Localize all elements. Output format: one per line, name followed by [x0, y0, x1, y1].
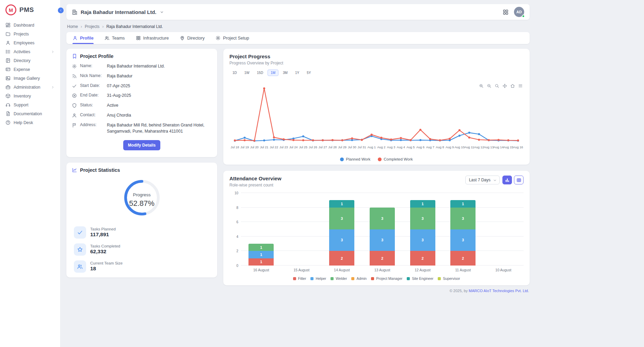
sidebar-item-inventory[interactable]: Inventory — [3, 92, 58, 100]
legend-project-manager[interactable]: Project Manager — [371, 276, 402, 281]
table-view-button[interactable] — [514, 176, 524, 184]
zoom-out-icon[interactable] — [487, 84, 492, 88]
tab-infrastructure[interactable]: Infrastructure — [136, 32, 169, 44]
svg-text:Jul 20: Jul 20 — [250, 146, 259, 149]
tab-profile[interactable]: Profile — [73, 32, 94, 44]
svg-text:Aug 7: Aug 7 — [426, 146, 434, 149]
legend-site-engineer[interactable]: Site Engineer — [407, 276, 433, 281]
image-gallery-icon — [5, 76, 11, 81]
legend-helper[interactable]: Helper — [310, 276, 326, 281]
sidebar-item-administration[interactable]: Administration — [3, 83, 58, 91]
sidebar-item-employees[interactable]: Employees — [3, 39, 58, 47]
sidebar-item-help-desk[interactable]: Help Desk — [3, 118, 58, 127]
attendance-view-buttons — [502, 176, 524, 184]
tab-project-setup[interactable]: Project Setup — [215, 32, 249, 44]
company-selector[interactable]: Raja Bahadur International Ltd. — [72, 9, 164, 15]
sidebar-item-label: Dashboard — [14, 23, 34, 28]
employees-icon — [5, 40, 11, 45]
range-button-15d[interactable]: 15D — [254, 70, 266, 76]
chart-toolbar — [479, 84, 523, 88]
sidebar-item-support[interactable]: Support — [3, 101, 58, 109]
sidebar-item-image-gallery[interactable]: Image Gallery — [3, 74, 58, 82]
svg-text:Jul 19: Jul 19 — [240, 146, 249, 149]
home-icon[interactable] — [510, 84, 515, 88]
sidebar-item-documentation[interactable]: Documentation — [3, 109, 58, 118]
svg-text:Jul 24: Jul 24 — [289, 146, 298, 149]
topbar: Raja Bahadur International Ltd. AD — [66, 4, 530, 20]
svg-text:Jul 28: Jul 28 — [328, 146, 337, 149]
apps-grid-icon[interactable] — [502, 9, 509, 15]
sidebar-item-expense[interactable]: Expense — [3, 65, 58, 74]
bar-segment-helper: 3 — [410, 229, 435, 251]
legend-swatch — [371, 277, 374, 280]
stat-label: Current Team Size — [90, 261, 123, 265]
bar-chart-view-button[interactable] — [502, 176, 512, 184]
bar-segment-fitter: 2 — [450, 251, 476, 266]
footer-company-link[interactable]: MARCO AIoT Technologies Pvt. Ltd. — [469, 289, 529, 293]
selection-zoom-icon[interactable] — [495, 84, 499, 88]
legend-fitter[interactable]: Fitter — [293, 276, 306, 281]
svg-text:Aug 13: Aug 13 — [484, 146, 494, 149]
legend-label: Planned Work — [346, 157, 370, 161]
sidebar-item-dashboard[interactable]: Dashboard — [3, 21, 58, 29]
footer-copyright: © 2025, by — [450, 289, 468, 293]
attendance-chart-subtitle: Role-wise present count — [229, 183, 281, 187]
modify-details-button[interactable]: Modify Details — [123, 140, 160, 150]
svg-text:Aug 11: Aug 11 — [464, 146, 474, 149]
x-tick-label: 15 August — [281, 268, 322, 272]
pan-icon[interactable] — [502, 84, 507, 88]
bar-14-august: 2331 — [329, 200, 354, 266]
dashboard-icon — [5, 22, 11, 28]
legend-planned-work[interactable]: Planned Work — [340, 157, 370, 161]
legend-supervisor[interactable]: Supervisor — [438, 276, 460, 281]
legend-admin[interactable]: Admin — [351, 276, 367, 281]
legend-label: Fitter — [298, 276, 306, 281]
tab-teams[interactable]: Teams — [104, 32, 125, 44]
profile-field-contact: Contact:Anuj Chordia — [72, 112, 212, 119]
sidebar-item-directory[interactable]: Directory — [3, 56, 58, 65]
chevron-down-icon — [160, 10, 164, 14]
directory-icon — [5, 58, 11, 63]
range-button-1y[interactable]: 1Y — [292, 70, 302, 76]
date-range-select[interactable]: Last 7 Days — [465, 176, 500, 184]
stats-list: Tasks Planned117,891Tasks Completed62,33… — [72, 226, 212, 273]
range-button-3m[interactable]: 3M — [280, 70, 291, 76]
legend-completed-work[interactable]: Completed Work — [378, 157, 413, 161]
bar-segment-fitter: 2 — [329, 251, 354, 266]
range-button-1w[interactable]: 1W — [241, 70, 253, 76]
tab-directory[interactable]: Directory — [180, 32, 205, 44]
sidebar-item-activities[interactable]: Activities — [3, 47, 58, 56]
projects-icon — [5, 31, 11, 36]
range-button-5y[interactable]: 5Y — [304, 70, 314, 76]
check-icon — [77, 229, 83, 236]
x-tick-label: 10 August — [483, 268, 524, 272]
user-avatar[interactable]: AD — [514, 7, 524, 17]
range-button-1m[interactable]: 1M — [268, 70, 278, 76]
attendance-x-labels: 16 August15 August14 August13 August12 A… — [241, 268, 524, 272]
breadcrumb-separator: › — [102, 24, 103, 29]
main-area: Raja Bahadur International Ltd. AD Home›… — [61, 0, 644, 347]
logo[interactable]: M PMS — [0, 0, 60, 19]
field-label: Contact: — [80, 112, 104, 117]
sidebar-collapse-button[interactable] — [58, 7, 64, 13]
check-icon — [72, 84, 77, 89]
teams-tab-icon — [104, 35, 110, 41]
person-icon — [72, 113, 77, 118]
bar-segment-helper: 3 — [450, 229, 476, 251]
breadcrumb-item-home[interactable]: Home — [67, 24, 78, 29]
gear-icon — [72, 64, 77, 69]
legend-dot — [340, 157, 344, 161]
activities-icon — [5, 49, 11, 54]
sidebar-item-label: Support — [14, 103, 28, 107]
profile-field-name: Name:Raja Bahadur International Ltd. — [72, 63, 212, 70]
field-value: 07-Apr-2025 — [107, 83, 212, 89]
chevron-left-icon — [59, 9, 63, 12]
zoom-in-icon[interactable] — [479, 84, 484, 88]
breadcrumb-item-projects[interactable]: Projects — [85, 24, 99, 29]
sidebar-item-projects[interactable]: Projects — [3, 30, 58, 38]
range-button-1d[interactable]: 1D — [229, 70, 240, 76]
menu-icon[interactable] — [518, 84, 523, 88]
legend-welder[interactable]: Welder — [331, 276, 347, 281]
sidebar-nav: DashboardProjectsEmployeesActivitiesDire… — [0, 19, 60, 128]
field-value: Active — [107, 103, 212, 109]
